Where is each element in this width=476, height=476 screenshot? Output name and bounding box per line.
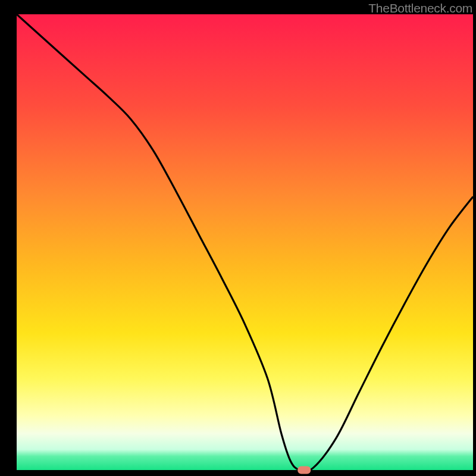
watermark-text: TheBottleneck.com [368, 1, 472, 15]
bottleneck-chart [0, 0, 476, 476]
optimal-point-marker [298, 466, 311, 474]
plot-background [17, 14, 473, 470]
chart-svg [0, 0, 476, 476]
